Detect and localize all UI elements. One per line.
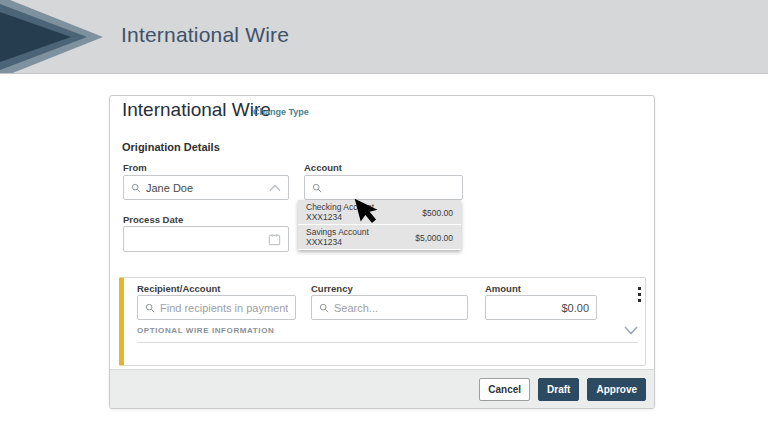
app-header: International Wire <box>0 0 768 74</box>
wire-form-card: International Wire Change Type Originati… <box>109 95 655 409</box>
divider <box>137 342 638 343</box>
amount-input[interactable] <box>493 302 589 314</box>
kebab-menu-icon[interactable] <box>633 287 645 305</box>
approve-button[interactable]: Approve <box>587 378 646 401</box>
account-option-savings[interactable]: Savings Account XXX1234 $5,000.00 <box>298 225 461 250</box>
chevron-up-icon[interactable] <box>269 184 281 192</box>
search-icon <box>319 303 329 313</box>
currency-label: Currency <box>311 283 353 294</box>
account-input[interactable] <box>327 182 455 194</box>
search-icon <box>131 183 141 193</box>
recipient-label: Recipient/Account <box>137 283 220 294</box>
chevron-down-icon[interactable] <box>623 324 639 336</box>
card-title: International Wire <box>122 99 271 121</box>
from-input[interactable] <box>146 182 264 194</box>
search-icon <box>312 183 322 193</box>
account-field[interactable] <box>304 175 463 200</box>
from-field[interactable] <box>123 175 289 200</box>
account-dropdown: Checking Account XXX1234 $500.00 Savings… <box>298 200 461 250</box>
recipient-input[interactable] <box>160 302 288 314</box>
optional-wire-information-label: OPTIONAL WIRE INFORMATION <box>137 326 274 335</box>
amount-label: Amount <box>485 283 521 294</box>
search-icon <box>145 303 155 313</box>
cancel-button[interactable]: Cancel <box>479 378 530 401</box>
account-label: Account <box>304 162 342 173</box>
amount-field[interactable] <box>485 295 597 320</box>
process-date-field[interactable] <box>123 226 289 252</box>
recipient-field[interactable] <box>137 295 296 320</box>
process-date-label: Process Date <box>123 214 183 225</box>
currency-input[interactable] <box>334 302 460 314</box>
form-footer: Cancel Draft Approve <box>110 369 654 408</box>
change-type-link[interactable]: Change Type <box>253 107 309 117</box>
account-option-balance: $5,000.00 <box>415 233 453 243</box>
account-option-checking[interactable]: Checking Account XXX1234 $500.00 <box>298 200 461 225</box>
account-option-balance: $500.00 <box>422 208 453 218</box>
draft-button[interactable]: Draft <box>538 378 579 401</box>
origination-details-heading: Origination Details <box>122 141 220 153</box>
currency-field[interactable] <box>311 295 468 320</box>
page-title: International Wire <box>121 23 289 47</box>
from-label: From <box>123 162 147 173</box>
calendar-icon[interactable] <box>268 233 281 246</box>
recipient-row-card: Recipient/Account Currency Amount OPTION… <box>119 277 646 366</box>
process-date-input[interactable] <box>131 233 263 245</box>
